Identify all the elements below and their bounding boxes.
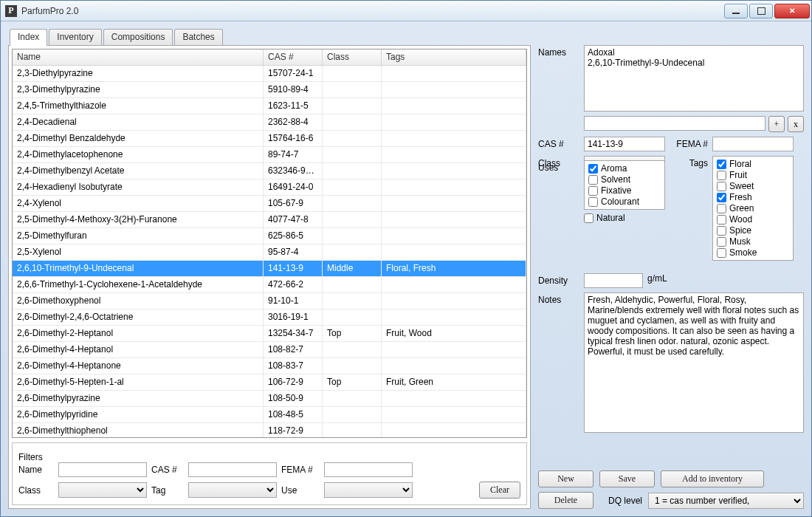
tag-item[interactable]: Spice [717, 225, 789, 236]
density-label: Density [538, 273, 579, 286]
use-item[interactable]: Aroma [588, 163, 661, 174]
table-row[interactable]: 2,5-Dimethylfuran625-86-5 [13, 228, 526, 244]
table-row[interactable]: 2,6-Dimethyl-4-Heptanol108-82-7 [13, 342, 526, 358]
add-to-inventory-button[interactable]: Add to inventory [661, 470, 764, 487]
cas-input[interactable] [584, 137, 665, 151]
names-label: Names [538, 45, 579, 58]
filter-tag-combo[interactable] [188, 482, 277, 498]
filter-use-label: Use [281, 485, 320, 496]
uses-label: Uses [538, 160, 579, 173]
alias-input[interactable] [584, 116, 765, 131]
notes-label: Notes [538, 292, 579, 305]
table-row[interactable]: 2,4-Dimethyl Benzaldehyde15764-16-6 [13, 131, 526, 147]
table-row[interactable]: 2,6-Dimethoxyphenol91-10-1 [13, 293, 526, 309]
use-checkbox[interactable] [588, 164, 598, 174]
titlebar: P ParfumPro 2.0 [1, 1, 811, 21]
new-button[interactable]: New [538, 470, 593, 487]
app-icon: P [5, 5, 17, 17]
table-row[interactable]: 2,6-Dimethyl-4-Heptanone108-83-7 [13, 358, 526, 374]
dq-level-combo[interactable]: 1 = cas number verified, [648, 493, 804, 509]
fema-label: FEMA # [670, 137, 708, 149]
tab-batches[interactable]: Batches [174, 29, 222, 45]
fema-input[interactable] [712, 137, 794, 151]
table-row[interactable]: 2,4-Decadienal2362-88-4 [13, 114, 526, 131]
uses-checklist: AromaSolventFixativeColourant [584, 160, 665, 210]
density-unit: g/mL [647, 273, 667, 284]
table-row[interactable]: 2,4-Dimethylacetophenone89-74-7 [13, 147, 526, 163]
dq-label: DQ level [608, 496, 642, 506]
table-row[interactable]: 2,6-Dimethylthiophenol118-72-9 [13, 423, 526, 437]
filter-fema-input[interactable] [324, 462, 413, 477]
ingredients-table[interactable]: NameCAS #ClassTags 2,3-Diethylpyrazine15… [12, 49, 527, 438]
clear-filters-button[interactable]: Clear [479, 482, 520, 499]
table-row[interactable]: 2,6,6-Trimethyl-1-Cyclohexene-1-Acetalde… [13, 277, 526, 293]
filter-tag-label: Tag [151, 485, 184, 496]
column-header[interactable]: Tags [382, 49, 526, 65]
table-row[interactable]: 2,4-Xylenol105-67-9 [13, 196, 526, 212]
use-item[interactable]: Fixative [588, 185, 661, 196]
tag-item[interactable]: Musk [717, 236, 789, 247]
tag-item[interactable]: Smoke [717, 247, 789, 258]
use-checkbox[interactable] [588, 186, 598, 196]
use-item[interactable]: Solvent [588, 174, 661, 185]
delete-button[interactable]: Delete [538, 492, 593, 509]
filter-cas-label: CAS # [151, 465, 184, 475]
table-row[interactable]: 2,6-Dimethyl-2-Heptanol13254-34-7TopFrui… [13, 326, 526, 342]
table-row[interactable]: 2,4-Hexadienyl Isobutyrate16491-24-0 [13, 179, 526, 196]
tab-compositions[interactable]: Compositions [103, 29, 173, 45]
filters-group: Filters Name CAS # FEMA # Class Tag [12, 442, 527, 505]
table-row[interactable]: 2,6,10-Trimethyl-9-Undecenal141-13-9Midd… [13, 261, 526, 277]
main-tabs: IndexInventoryCompositionsBatches [8, 29, 531, 45]
use-item[interactable]: Colourant [588, 196, 661, 207]
natural-checkbox-row[interactable]: Natural [584, 213, 665, 223]
table-row[interactable]: 2,4,5-Trimethylthiazole1623-11-5 [13, 98, 526, 114]
column-header[interactable]: Class [323, 49, 382, 65]
table-row[interactable]: 2,6-Dimethyl-5-Hepten-1-al106-72-9TopFru… [13, 374, 526, 391]
filter-class-combo[interactable] [58, 482, 147, 498]
tag-checkbox[interactable] [717, 248, 726, 258]
filter-fema-label: FEMA # [281, 465, 320, 475]
table-row[interactable]: 2,5-Dimethyl-4-Methoxy-3(2H)-Furanone407… [13, 212, 526, 228]
tab-inventory[interactable]: Inventory [49, 29, 101, 45]
table-row[interactable]: 2,3-Dimethylpyrazine5910-89-4 [13, 82, 526, 98]
close-button[interactable] [774, 4, 810, 18]
filter-name-input[interactable] [58, 462, 147, 477]
maximize-button[interactable] [749, 4, 773, 18]
column-header[interactable]: CAS # [264, 49, 323, 65]
table-row[interactable]: 2,5-Xylenol95-87-4 [13, 244, 526, 261]
filter-cas-input[interactable] [188, 462, 277, 477]
use-checkbox[interactable] [588, 197, 598, 207]
add-alias-button[interactable]: + [768, 116, 785, 132]
filter-use-combo[interactable] [324, 482, 413, 498]
tag-checkbox[interactable] [717, 237, 726, 247]
table-row[interactable]: 2,6-Dimethylpyridine108-48-5 [13, 407, 526, 423]
minimize-button[interactable] [724, 4, 748, 18]
table-row[interactable]: 2,6-Dimethyl-2,4,6-Octatriene3016-19-1 [13, 309, 526, 326]
natural-checkbox[interactable] [584, 213, 593, 223]
notes-textarea[interactable] [584, 292, 804, 433]
names-textarea[interactable] [584, 45, 804, 112]
table-row[interactable]: 2,3-Diethylpyrazine15707-24-1 [13, 66, 526, 82]
use-checkbox[interactable] [588, 175, 598, 185]
table-row[interactable]: 2,4-Dimethylbenzyl Acetate632346-96-7 [13, 163, 526, 179]
cas-label: CAS # [538, 137, 579, 149]
density-input[interactable] [584, 273, 643, 288]
remove-alias-button[interactable]: x [788, 116, 804, 132]
filter-class-label: Class [18, 485, 54, 496]
tag-checkbox[interactable] [717, 226, 726, 236]
table-row[interactable]: 2,6-Dimethylpyrazine108-50-9 [13, 391, 526, 407]
save-button[interactable]: Save [599, 470, 655, 487]
app-window: P ParfumPro 2.0 IndexInventoryCompositio… [0, 0, 812, 517]
column-header[interactable]: Name [13, 49, 264, 65]
window-title: ParfumPro 2.0 [21, 6, 78, 16]
filter-name-label: Name [18, 465, 54, 475]
tab-index[interactable]: Index [10, 29, 47, 45]
detail-panel: Names + x CAS # FEMA # Class Middle [538, 29, 804, 509]
filters-legend: Filters [18, 452, 43, 462]
index-panel: NameCAS #ClassTags 2,3-Diethylpyrazine15… [8, 45, 531, 509]
